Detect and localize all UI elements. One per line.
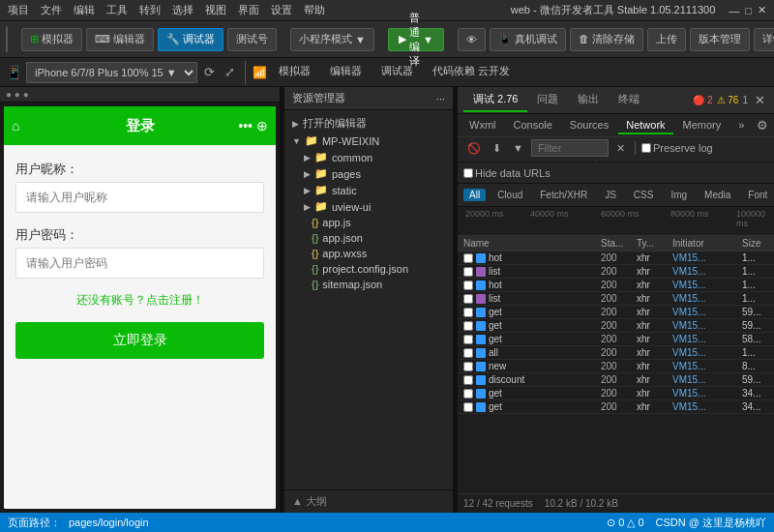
row-checkbox[interactable] — [463, 321, 473, 331]
menu-item-file[interactable]: 文件 — [41, 3, 62, 17]
subtab-more[interactable]: » — [730, 117, 752, 134]
filter-xhr[interactable]: Fetch/XHR — [534, 189, 593, 201]
preserve-log-checkbox[interactable]: Preserve log — [641, 142, 713, 154]
folder-uview[interactable]: ▶ 📁 uview-ui — [284, 198, 453, 215]
tab-simulator[interactable]: 模拟器 — [271, 62, 318, 82]
table-row[interactable]: get 200 xhr VM15... 34... 2... — [458, 400, 774, 414]
clear-btn[interactable]: ⬇ — [489, 141, 505, 156]
table-row[interactable]: list 200 xhr VM15... 1... 5... — [458, 292, 774, 306]
tab-editor[interactable]: 编辑器 — [322, 62, 370, 82]
tab-problems[interactable]: 问题 — [527, 88, 568, 112]
rotate-icon[interactable]: ⟳ — [201, 65, 218, 79]
menu-item-help[interactable]: 帮助 — [304, 3, 325, 17]
password-input[interactable] — [15, 248, 264, 279]
table-row[interactable]: hot 200 xhr VM15... 1... 3... — [458, 279, 774, 292]
row-checkbox[interactable] — [463, 308, 473, 317]
row-color-indicator — [476, 348, 486, 358]
editor-tab-btn[interactable]: ⌨ 编辑器 — [86, 28, 154, 51]
expand-icon[interactable]: ⤢ — [222, 65, 238, 79]
test-btn[interactable]: 测试号 — [227, 28, 277, 51]
file-app-js[interactable]: {} app.js — [284, 215, 453, 230]
real-machine-btn[interactable]: 📱 真机调试 — [490, 28, 566, 51]
filter-css[interactable]: CSS — [628, 189, 660, 201]
main-toolbar: 👤 ⊞ 模拟器 ⌨ 编辑器 🔧 调试器 测试号 小程序模式 ▼ ▶ 普通编译 ▼… — [0, 21, 774, 58]
row-checkbox[interactable] — [463, 253, 473, 263]
subtab-sources[interactable]: Sources — [562, 117, 616, 134]
compile-btn[interactable]: ▶ 普通编译 ▼ — [388, 28, 444, 51]
filter-all[interactable]: All — [463, 189, 486, 201]
debugger-tab-btn[interactable]: 🔧 调试器 — [158, 28, 223, 51]
menu-item-interface[interactable]: 界面 — [238, 3, 259, 17]
table-row[interactable]: list 200 xhr VM15... 1... 3... — [458, 265, 774, 279]
row-checkbox[interactable] — [463, 335, 473, 344]
filter-font[interactable]: Font — [742, 189, 773, 201]
table-row[interactable]: get 200 xhr VM15... 59... 3... — [458, 306, 774, 319]
mode-select-btn[interactable]: 小程序模式 ▼ — [290, 28, 374, 51]
row-checkbox[interactable] — [463, 389, 473, 399]
table-row[interactable]: discount 200 xhr VM15... 59... 2... — [458, 373, 774, 387]
row-checkbox[interactable] — [463, 402, 473, 412]
simulator-tab-btn[interactable]: ⊞ 模拟器 — [21, 28, 82, 51]
menu-item-select[interactable]: 选择 — [172, 3, 194, 17]
subtab-memory[interactable]: Memory — [675, 117, 729, 134]
subtab-network[interactable]: Network — [618, 117, 672, 134]
details-btn[interactable]: 详情 — [754, 28, 774, 51]
close-devtools-icon[interactable]: ✕ — [752, 93, 768, 107]
version-mgmt-btn[interactable]: 版本管理 — [690, 28, 750, 51]
open-editors-section[interactable]: ▶ 打开的编辑器 — [284, 114, 453, 133]
menu-item-view[interactable]: 视图 — [205, 3, 226, 17]
file-sitemap[interactable]: {} sitemap.json — [284, 277, 453, 292]
preview-icon-btn[interactable]: 👁 — [458, 28, 486, 51]
row-checkbox[interactable] — [463, 294, 473, 304]
filter-js[interactable]: JS — [599, 189, 622, 201]
search-close-btn[interactable]: ✕ — [612, 141, 629, 156]
filter-img[interactable]: Img — [665, 189, 693, 201]
settings-icon[interactable]: ⚙ — [754, 118, 771, 133]
username-input[interactable] — [15, 182, 264, 213]
login-button[interactable]: 立即登录 — [15, 322, 264, 359]
project-root[interactable]: ▼ 📁 MP-WEIXIN — [284, 133, 453, 149]
more-icon[interactable]: ··· — [436, 93, 445, 104]
upload-btn[interactable]: 上传 — [647, 28, 686, 51]
table-row[interactable]: hot 200 xhr VM15... 1... 3... — [458, 251, 774, 265]
filter-media[interactable]: Media — [699, 189, 736, 201]
clear-storage-btn[interactable]: 🗑 清除存储 — [570, 28, 643, 51]
menu-item-project[interactable]: 项目 — [8, 3, 29, 17]
file-outline[interactable]: ▲ 大纲 — [284, 489, 453, 513]
table-row[interactable]: get 200 xhr VM15... 58... 2... — [458, 333, 774, 346]
record-stop-btn[interactable]: 🚫 — [463, 141, 485, 156]
forgot-link[interactable]: 还没有账号？点击注册！ — [15, 292, 264, 309]
tab-output[interactable]: 输出 — [568, 88, 609, 112]
tab-debug[interactable]: 调试 2.76 — [463, 88, 527, 112]
tab-debugger[interactable]: 调试器 — [373, 62, 421, 82]
row-checkbox[interactable] — [463, 375, 473, 385]
table-row[interactable]: new 200 xhr VM15... 8... 8... — [458, 360, 774, 373]
menu-item-tools[interactable]: 工具 — [106, 3, 128, 17]
tab-terminal[interactable]: 终端 — [609, 88, 649, 112]
table-row[interactable]: get 200 xhr VM15... 34... 2... — [458, 387, 774, 400]
subtab-wxml[interactable]: Wxml — [461, 117, 504, 134]
row-checkbox[interactable] — [463, 348, 473, 358]
file-app-json[interactable]: {} app.json — [284, 230, 453, 246]
filter-toggle-btn[interactable]: ▼ — [509, 141, 527, 155]
file-project-config[interactable]: {} project.config.json — [284, 261, 453, 277]
avatar-btn[interactable]: 👤 — [6, 26, 8, 53]
hide-data-urls-checkbox[interactable]: Hide data URLs — [463, 167, 551, 179]
folder-static[interactable]: ▶ 📁 static — [284, 182, 453, 198]
subtab-console[interactable]: Console — [506, 117, 560, 134]
row-checkbox[interactable] — [463, 362, 473, 371]
filter-cloud[interactable]: Cloud — [491, 189, 528, 201]
menu-item-edit[interactable]: 编辑 — [74, 3, 95, 17]
file-app-wxss[interactable]: {} app.wxss — [284, 246, 453, 261]
network-filter-input[interactable] — [531, 139, 609, 157]
table-row[interactable]: get 200 xhr VM15... 59... 1... — [458, 319, 774, 333]
folder-common[interactable]: ▶ 📁 common — [284, 149, 453, 165]
row-checkbox[interactable] — [463, 281, 473, 290]
table-row[interactable]: all 200 xhr VM15... 1... 2... — [458, 346, 774, 360]
tab-code-deps[interactable]: 代码依赖 云开发 — [425, 62, 518, 82]
device-select[interactable]: iPhone 6/7/8 Plus 100% 15 ▼ — [26, 62, 197, 83]
menu-item-goto[interactable]: 转到 — [139, 3, 161, 17]
folder-pages[interactable]: ▶ 📁 pages — [284, 165, 453, 182]
row-checkbox[interactable] — [463, 267, 473, 277]
menu-item-settings[interactable]: 设置 — [271, 3, 292, 17]
